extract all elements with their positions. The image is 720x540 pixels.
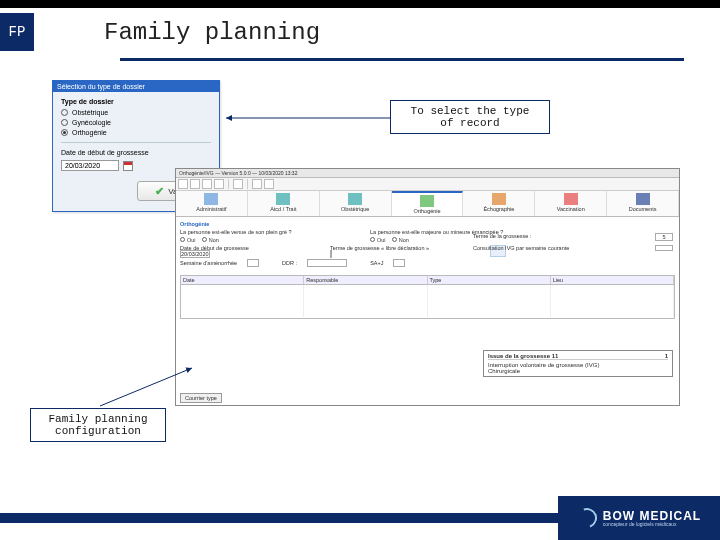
consult-label: Consultation IVG par semaine courante	[473, 245, 569, 251]
col-type: Type	[428, 276, 551, 284]
tab-label: Orthogénie	[413, 208, 440, 214]
tab-icon	[204, 193, 218, 205]
ddr-label: DDR :	[282, 260, 297, 266]
visits-grid[interactable]: Date Responsable Type Lieu	[180, 275, 675, 319]
toolbar-refresh-icon[interactable]	[233, 179, 243, 189]
tab-label: Échographie	[483, 206, 514, 212]
annotation-fp-config: Family planning configuration	[30, 408, 166, 442]
tab-obstetrique[interactable]: Obstétrique	[320, 191, 392, 216]
terme-label: Terme de la grossesse :	[473, 233, 531, 241]
separator	[61, 142, 211, 143]
tab-atcd[interactable]: Atcd / Trait	[248, 191, 320, 216]
sa-stepper[interactable]	[393, 259, 405, 267]
sem-label: Semaine d'aménorrhée	[180, 260, 237, 266]
radio-icon	[61, 129, 68, 136]
app-window: Orthogénie/IVG — Version 5.0.0 — 10/03/2…	[175, 168, 680, 406]
dg-field[interactable]: 20/03/2020	[180, 250, 210, 258]
tabstrip: Administratif Atcd / Trait Obstétrique O…	[176, 191, 679, 217]
opt-yes: Oui	[187, 237, 196, 243]
tab-icon	[348, 193, 362, 205]
tab-icon	[276, 193, 290, 205]
option-gynecologie[interactable]: Gynécologie	[61, 119, 211, 126]
terme-value[interactable]: 5	[655, 233, 673, 241]
sem-stepper[interactable]	[247, 259, 259, 267]
check-icon: ✔	[155, 185, 164, 198]
radio-icon[interactable]	[180, 237, 185, 242]
consult-value[interactable]	[655, 245, 673, 251]
date-field[interactable]: 20/03/2020	[61, 160, 119, 171]
tab-label: Obstétrique	[341, 206, 369, 212]
sa-label: SA+J	[370, 260, 383, 266]
header-rule	[120, 58, 684, 61]
issue-num: 1	[665, 353, 668, 359]
radio-icon[interactable]	[392, 237, 397, 242]
calendar-icon[interactable]	[123, 161, 133, 171]
app-toolbar	[176, 178, 679, 191]
option-obstetrique[interactable]: Obstétrique	[61, 109, 211, 116]
date-label: Date de début de grossesse	[61, 149, 211, 156]
toolbar-home-icon[interactable]	[178, 179, 188, 189]
tab-icon	[564, 193, 578, 205]
slide-header: FP Family planning	[0, 8, 720, 56]
ddr-field[interactable]	[307, 259, 347, 267]
page-title: Family planning	[104, 19, 320, 46]
fp-chip: FP	[0, 13, 34, 51]
slide-footer: BOW MEDICAL concepteur de logiciels médi…	[0, 496, 720, 540]
col-lieu: Lieu	[551, 276, 674, 284]
option-label: Gynécologie	[72, 119, 111, 126]
radio-icon	[61, 119, 68, 126]
toolbar-bmi-icon[interactable]	[252, 179, 262, 189]
toolbar-export-icon[interactable]	[214, 179, 224, 189]
annotation-select-type: To select the type of record	[390, 100, 550, 134]
opt-no: Non	[209, 237, 219, 243]
toolbar-import-icon[interactable]	[202, 179, 212, 189]
toolbar-sep	[247, 179, 248, 189]
tab-icon	[420, 195, 434, 207]
tab-administratif[interactable]: Administratif	[176, 191, 248, 216]
right-column: Terme de la grossesse :5 Consultation IV…	[473, 233, 673, 255]
term-label: Terme de grossesse « libre déclaration »	[330, 245, 429, 251]
tab-echographie[interactable]: Échographie	[463, 191, 535, 216]
footer-logo: BOW MEDICAL concepteur de logiciels médi…	[558, 496, 720, 540]
section-header: Orthogénie	[180, 221, 675, 227]
footer-bar	[0, 513, 558, 523]
app-body: Orthogénie La personne est-elle venue de…	[176, 217, 679, 321]
tab-label: Atcd / Trait	[270, 206, 296, 212]
tab-vaccination[interactable]: Vaccination	[535, 191, 607, 216]
radio-icon	[61, 109, 68, 116]
tab-icon	[636, 193, 650, 205]
tab-icon	[492, 193, 506, 205]
col-resp: Responsable	[304, 276, 427, 284]
q1-label: La personne est-elle venue de son plein …	[180, 229, 360, 235]
option-label: Obstétrique	[72, 109, 108, 116]
tab-documents[interactable]: Documents	[607, 191, 679, 216]
app-titlebar: Orthogénie/IVG — Version 5.0.0 — 10/03/2…	[176, 169, 679, 178]
tab-label: Administratif	[196, 206, 226, 212]
toolbar-print-icon[interactable]	[190, 179, 200, 189]
tab-label: Vaccination	[557, 206, 585, 212]
tab-orthogenie[interactable]: Orthogénie	[392, 191, 464, 216]
issue-title: Issue de la grossesse 11	[488, 353, 558, 359]
group-label: Type de dossier	[61, 98, 211, 105]
radio-icon[interactable]	[370, 237, 375, 242]
opt-yes: Oui	[377, 237, 386, 243]
tab-label: Documents	[629, 206, 657, 212]
term-stepper[interactable]	[330, 250, 332, 258]
app-footer: Courrier type	[180, 393, 222, 403]
opt-no: Non	[399, 237, 409, 243]
toolbar-sc-icon[interactable]	[264, 179, 274, 189]
col-date: Date	[181, 276, 304, 284]
toolbar-sep	[228, 179, 229, 189]
option-label: Orthogénie	[72, 129, 107, 136]
courrier-type-button[interactable]: Courrier type	[180, 393, 222, 403]
radio-icon[interactable]	[202, 237, 207, 242]
top-black-bar	[0, 0, 720, 8]
logo-mark-icon	[577, 508, 597, 528]
issue-line2: Chirurgicale	[488, 368, 668, 374]
logo-brand: BOW MEDICAL	[603, 510, 701, 522]
dialog-titlebar: Sélection du type de dossier	[53, 81, 219, 92]
option-orthogenie[interactable]: Orthogénie	[61, 129, 211, 136]
issue-panel: Issue de la grossesse 11 1 Interruption …	[483, 350, 673, 377]
